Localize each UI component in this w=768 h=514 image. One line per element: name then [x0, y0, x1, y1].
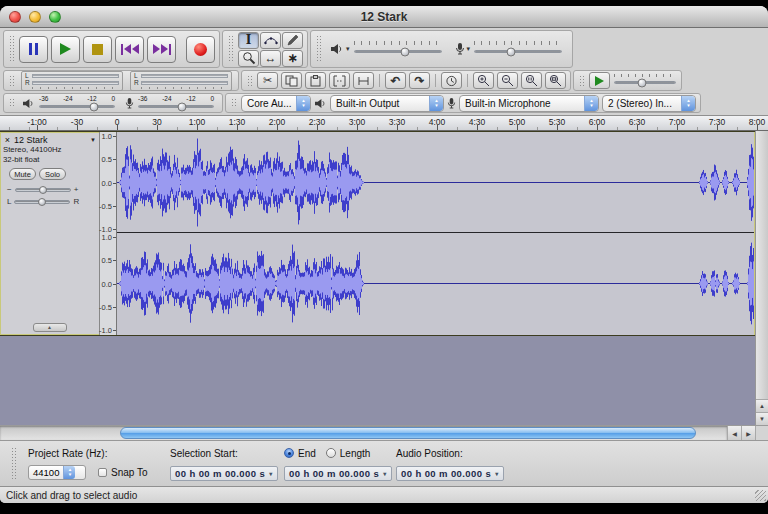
track-menu-icon[interactable]: ▼ [90, 137, 96, 143]
play-at-speed-button[interactable] [589, 72, 610, 89]
playback-level-slider[interactable] [352, 37, 444, 61]
amplitude-scale-label: 0.0 [102, 279, 112, 288]
timeline-ruler[interactable]: -1:00-300301:001:302:002:303:003:304:004… [0, 116, 768, 131]
input-device-dropdown[interactable]: Built-in Microphone ▲▼ [459, 95, 599, 112]
mute-button[interactable]: Mute [9, 168, 36, 180]
waveform-channel-right[interactable] [117, 233, 754, 334]
horizontal-scrollbar[interactable]: ◀ ▶ [0, 425, 768, 440]
play-button[interactable] [51, 36, 80, 63]
gain-slider[interactable] [15, 188, 71, 192]
toolbar-grip[interactable] [228, 35, 234, 63]
sync-lock-button[interactable] [441, 72, 462, 89]
hscroll-thumb[interactable] [120, 427, 696, 439]
recording-meter[interactable]: L R [130, 71, 232, 91]
slider-thumb[interactable] [400, 48, 409, 57]
slider-thumb[interactable] [38, 198, 46, 206]
toolbar-grip[interactable] [11, 447, 17, 481]
multi-tool-button[interactable]: ∗ [282, 50, 303, 67]
empty-track-space[interactable] [0, 336, 768, 425]
minimize-window-button[interactable] [29, 11, 41, 23]
end-radio[interactable] [284, 448, 294, 458]
slider-thumb[interactable] [39, 186, 47, 194]
envelope-tool-button[interactable] [260, 32, 281, 49]
hscroll-track[interactable] [0, 426, 727, 440]
chevron-down-icon[interactable]: ▾ [269, 470, 272, 477]
draw-tool-button[interactable] [282, 32, 303, 49]
vertical-scale-ruler[interactable]: 1.00.50.0-0.5-1.01.00.50.0-0.5-1.0 [100, 132, 117, 335]
collapse-track-button[interactable]: ▲ [33, 323, 67, 332]
slider-thumb[interactable] [178, 103, 187, 112]
slider-thumb[interactable] [637, 78, 646, 87]
toolbar-grip[interactable] [316, 35, 322, 63]
end-radio-label[interactable]: End [298, 448, 316, 459]
toolbar-grip[interactable] [231, 98, 237, 108]
close-window-button[interactable] [9, 11, 21, 23]
scroll-right-button[interactable]: ▶ [741, 426, 755, 440]
slider-thumb[interactable] [506, 48, 515, 57]
zoom-fit-button[interactable] [545, 72, 566, 89]
snap-to-checkbox[interactable] [98, 468, 107, 477]
vertical-scrollbar[interactable]: ▲ ▼ [755, 131, 768, 425]
selection-tool-button[interactable]: I [238, 32, 259, 49]
timeshift-tool-button[interactable]: ↔ [260, 50, 281, 67]
output-volume-slider[interactable]: -36-24-120 [38, 94, 116, 112]
waveform-display[interactable] [117, 132, 754, 335]
paste-button[interactable] [305, 72, 326, 89]
slider-thumb[interactable] [90, 103, 99, 112]
zoom-out-button[interactable] [497, 72, 518, 89]
skip-to-end-button[interactable] [147, 36, 176, 63]
chevron-down-icon[interactable]: ▾ [495, 470, 498, 477]
toolbar-grip[interactable] [9, 98, 15, 108]
toolbar-grip[interactable] [247, 75, 253, 86]
zoom-in-button[interactable] [473, 72, 494, 89]
title-bar[interactable]: 12 Stark [0, 6, 768, 28]
audio-position-field[interactable]: 00 h 00 m 00.000 s ▾ [396, 466, 504, 481]
scroll-down-button[interactable]: ▼ [756, 412, 768, 425]
timeline-tick-mark [557, 125, 558, 130]
pause-button[interactable] [19, 36, 48, 63]
project-rate-dropdown[interactable]: 44100 ▲▼ [28, 465, 86, 480]
selection-end-field[interactable]: 00 h 00 m 00.000 s ▾ [284, 466, 392, 481]
toolbar-grip[interactable] [9, 75, 15, 86]
scroll-left-button[interactable]: ◀ [727, 426, 741, 440]
copy-button[interactable] [281, 72, 302, 89]
skip-to-start-button[interactable] [115, 36, 144, 63]
undo-button[interactable]: ↶ [385, 72, 406, 89]
resize-grip[interactable] [755, 490, 766, 501]
toolbar-grip[interactable] [9, 35, 15, 63]
chevron-down-icon[interactable]: ▾ [346, 45, 350, 53]
input-volume-slider[interactable]: -36-24-120 [137, 94, 215, 112]
waveform-channel-left[interactable] [117, 132, 754, 233]
length-radio-label[interactable]: Length [340, 448, 371, 459]
playback-speed-slider[interactable] [613, 72, 677, 90]
output-device-dropdown[interactable]: Built-in Output ▲▼ [330, 95, 444, 112]
length-radio[interactable] [326, 448, 336, 458]
audio-host-dropdown[interactable]: Core Au... ▲▼ [241, 95, 311, 112]
input-channels-dropdown[interactable]: 2 (Stereo) In... ▲▼ [602, 95, 696, 112]
slider-groove[interactable] [474, 50, 562, 53]
redo-button[interactable]: ↷ [409, 72, 430, 89]
slider-groove[interactable] [39, 105, 115, 108]
playback-meter[interactable]: L R [21, 71, 123, 91]
silence-button[interactable] [353, 72, 374, 89]
selection-start-field[interactable]: 00 h 00 m 00.000 s ▾ [170, 466, 278, 481]
scroll-up-button[interactable]: ▲ [756, 399, 768, 412]
track-title[interactable]: 12 Stark [14, 135, 88, 145]
zoom-window-button[interactable] [49, 11, 61, 23]
trim-button[interactable] [329, 72, 350, 89]
solo-button[interactable]: Solo [39, 168, 66, 180]
close-track-button[interactable]: × [3, 136, 12, 145]
stop-button[interactable] [83, 36, 112, 63]
snap-to-label[interactable]: Snap To [111, 467, 148, 478]
slider-groove[interactable] [138, 105, 214, 108]
slider-groove[interactable] [354, 50, 442, 53]
record-button[interactable] [186, 36, 215, 63]
toolbar-grip[interactable] [579, 75, 585, 86]
chevron-down-icon[interactable]: ▾ [383, 470, 386, 477]
chevron-down-icon[interactable]: ▾ [467, 45, 471, 53]
cut-button[interactable]: ✂ [257, 72, 278, 89]
recording-level-slider[interactable] [472, 37, 564, 61]
zoom-to-selection-button[interactable] [521, 72, 542, 89]
zoom-tool-button[interactable] [238, 50, 259, 67]
pan-slider[interactable] [14, 200, 70, 204]
